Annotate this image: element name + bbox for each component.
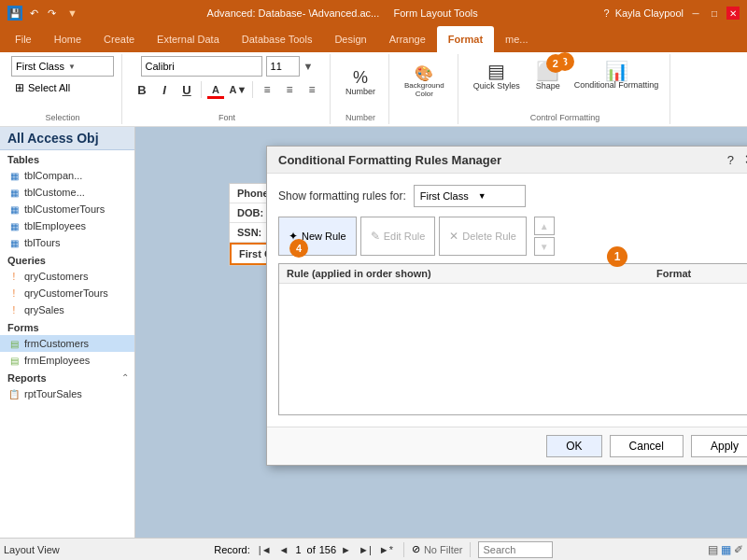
delete-rule-button[interactable]: ✕ Delete Rule	[439, 217, 526, 256]
help-button[interactable]: ?	[604, 7, 610, 19]
design-view-icon[interactable]: ✐	[734, 543, 743, 556]
badge-2: 2	[546, 54, 565, 73]
tab-design[interactable]: Design	[323, 26, 377, 52]
record-nav: Record: |◄ ◄ 1 of 156 ► ►| ►*	[214, 543, 396, 556]
font-color-button[interactable]: A	[205, 79, 226, 100]
sidebar-item-label: rptTourSales	[24, 388, 82, 399]
sidebar-item-label: tblTours	[24, 237, 61, 248]
edit-rule-icon: ✎	[371, 230, 380, 243]
align-right-button[interactable]: ≡	[302, 79, 322, 100]
modal-title: Conditional Formatting Rules Manager	[278, 153, 501, 167]
ok-button[interactable]: OK	[546, 435, 601, 457]
modal-help-button[interactable]: ?	[727, 153, 734, 167]
modal-close-button[interactable]: ✕	[741, 152, 747, 167]
tab-arrange[interactable]: Arrange	[378, 26, 437, 52]
apply-button[interactable]: Apply	[691, 435, 747, 457]
select-all-icon: ⊞	[15, 81, 24, 94]
layout-view-icon[interactable]: ▦	[721, 543, 731, 556]
background-button[interactable]: 🎨 BackgroundColor	[399, 64, 450, 101]
modal-footer: OK Cancel Apply	[267, 427, 747, 465]
filter-status: ⊘ No Filter	[412, 543, 463, 555]
font-size-picker[interactable]: ▼	[303, 61, 314, 72]
reports-collapse[interactable]: ⌃	[121, 372, 134, 383]
quick-styles-button[interactable]: ▤ Quick Styles	[468, 60, 526, 92]
title-bar: 💾 ↶ ↷ ▼ Advanced: Database- \Advanced.ac…	[0, 0, 747, 26]
ribbon: First Class ▼ ⊞ Select All Selection ▼ B…	[0, 52, 747, 127]
sidebar-item-rptTourSales[interactable]: 📋 rptTourSales	[0, 385, 134, 402]
report-icon-1: 📋	[7, 387, 21, 400]
tab-external-data[interactable]: External Data	[146, 26, 231, 52]
select-all-button[interactable]: ⊞ Select All	[11, 80, 74, 95]
sidebar-item-qrySales[interactable]: ! qrySales	[0, 301, 134, 318]
tab-database-tools[interactable]: Database Tools	[231, 26, 324, 52]
form-view-icon[interactable]: ▤	[708, 543, 718, 556]
search-input[interactable]	[478, 541, 553, 558]
move-up-button[interactable]: ▲	[534, 217, 555, 235]
rules-dropdown[interactable]: First Class ▼	[414, 185, 526, 207]
sidebar-item-label: tblCompan...	[24, 170, 82, 181]
field-selector-value: First Class	[16, 61, 64, 72]
tab-create[interactable]: Create	[92, 26, 146, 52]
selection-group-label: Selection	[4, 113, 121, 122]
save-icon[interactable]: 💾	[7, 6, 22, 21]
select-all-label: Select All	[28, 82, 70, 93]
show-rules-label: Show formatting rules for:	[278, 189, 406, 203]
format-col-header: Format	[656, 268, 747, 279]
close-button[interactable]: ✕	[726, 7, 740, 20]
bold-button[interactable]: B	[132, 79, 152, 100]
no-filter-label: No Filter	[424, 544, 463, 555]
undo-button[interactable]: ↶	[28, 7, 40, 20]
rules-table-header: Rule (applied in order shown) Format	[279, 264, 747, 284]
restore-button[interactable]: □	[708, 7, 721, 20]
edit-rule-button[interactable]: ✎ Edit Rule	[360, 217, 436, 256]
underline-button[interactable]: U	[176, 79, 197, 100]
nav-last[interactable]: ►|	[356, 543, 374, 556]
tab-home[interactable]: Home	[43, 26, 92, 52]
rules-dropdown-value: First Class	[420, 190, 469, 202]
sidebar-item-tblEmployees[interactable]: ▦ tblEmployees	[0, 217, 134, 234]
rules-table: Rule (applied in order shown) Format	[278, 263, 747, 415]
sidebar-item-frmCustomers[interactable]: ▤ frmCustomers	[0, 335, 134, 352]
conditional-formatting-button[interactable]: 📊 Conditional Formatting	[571, 60, 663, 91]
query-icon-3: !	[7, 303, 21, 316]
tool-subtitle: Form Layout Tools	[394, 7, 478, 19]
sidebar-item-label: tblCustome...	[24, 187, 85, 198]
cancel-button[interactable]: Cancel	[610, 435, 684, 457]
sidebar-item-frmEmployees[interactable]: ▤ frmEmployees	[0, 352, 134, 369]
move-down-button[interactable]: ▼	[534, 237, 555, 256]
number-button[interactable]: % Number	[340, 67, 381, 98]
redo-button[interactable]: ↷	[46, 7, 58, 20]
control-formatting-group: ▤ Quick Styles 3 ⬜ Shape 📊 Conditional F…	[460, 54, 671, 124]
nav-new[interactable]: ►*	[376, 543, 396, 556]
tab-file[interactable]: File	[4, 26, 43, 52]
sidebar-item-label: tblEmployees	[24, 220, 86, 231]
sidebar-item-qryCustomers[interactable]: ! qryCustomers	[0, 268, 134, 285]
sidebar-item-tblTours[interactable]: ▦ tblTours	[0, 234, 134, 251]
record-of: of	[307, 544, 316, 555]
rules-table-body	[279, 284, 747, 414]
tab-more[interactable]: me...	[494, 26, 539, 52]
record-current: 1	[295, 544, 301, 555]
italic-button[interactable]: I	[154, 79, 175, 100]
nav-first[interactable]: |◄	[256, 543, 275, 556]
table-icon-5: ▦	[7, 236, 21, 249]
highlight-color-button[interactable]: A▼	[228, 79, 248, 100]
record-label: Record:	[214, 544, 250, 555]
nav-prev[interactable]: ◄	[276, 543, 292, 556]
sidebar-item-tblCompany[interactable]: ▦ tblCompan...	[0, 167, 134, 184]
sidebar-item-tblCustomerTours[interactable]: ▦ tblCustomerTours	[0, 201, 134, 217]
tab-format[interactable]: Format	[437, 26, 494, 52]
sidebar-item-qryCustomerTours[interactable]: ! qryCustomerTours	[0, 285, 134, 301]
minimize-button[interactable]: ─	[689, 7, 702, 20]
form-icon-2: ▤	[7, 354, 21, 367]
font-size-input[interactable]	[266, 56, 300, 77]
modal-titlebar: Conditional Formatting Rules Manager ? ✕	[267, 147, 747, 174]
sidebar-item-tblCustome[interactable]: ▦ tblCustome...	[0, 184, 134, 201]
align-center-button[interactable]: ≡	[279, 79, 300, 100]
align-left-button[interactable]: ≡	[257, 79, 277, 100]
nav-next[interactable]: ►	[338, 543, 354, 556]
control-formatting-label: Control Formatting	[460, 113, 670, 122]
field-selector[interactable]: First Class ▼	[11, 56, 114, 77]
sidebar-item-label: frmCustomers	[24, 338, 89, 349]
font-name-input[interactable]	[141, 56, 262, 77]
